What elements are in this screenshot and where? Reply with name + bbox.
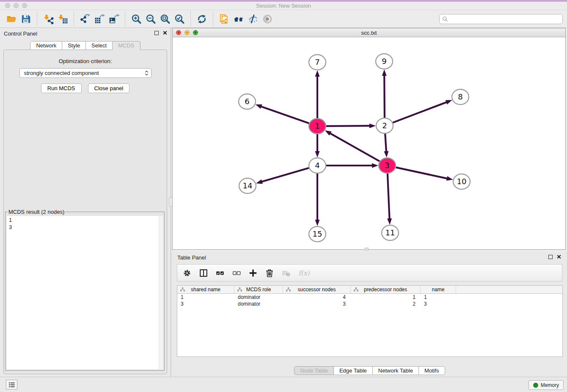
- graph-node-6[interactable]: 6: [239, 94, 256, 109]
- zoom-in-button[interactable]: [129, 12, 143, 26]
- table-cell[interactable]: 4: [283, 294, 351, 301]
- svg-text:1: 1: [315, 121, 319, 130]
- table-row[interactable]: 3dominator323: [177, 301, 562, 307]
- table-cell[interactable]: 1: [421, 294, 456, 301]
- close-panel-icon[interactable]: [162, 30, 167, 35]
- float-table-panel-icon[interactable]: [548, 255, 553, 259]
- graph-node-3[interactable]: 3: [379, 158, 396, 173]
- search-field[interactable]: [439, 14, 563, 24]
- graph-node-4[interactable]: 4: [309, 158, 326, 173]
- close-panel-button[interactable]: Close panel: [88, 83, 130, 93]
- tab-select[interactable]: Select: [85, 41, 113, 50]
- column-header-MCDS-role[interactable]: MCDS role: [234, 286, 283, 293]
- minimize-network-icon[interactable]: −: [184, 30, 190, 35]
- zoom-out-button[interactable]: [143, 12, 158, 26]
- graph-node-10[interactable]: 10: [453, 174, 470, 189]
- select-all-button[interactable]: [215, 268, 225, 278]
- export-table-button[interactable]: [92, 12, 107, 26]
- apply-layout-icon: [219, 14, 230, 25]
- show-columns-button[interactable]: [199, 268, 208, 278]
- status-bar: Memory: [0, 377, 567, 392]
- graph-node-7[interactable]: 7: [309, 55, 326, 70]
- table-settings-button[interactable]: [182, 268, 192, 278]
- close-network-icon[interactable]: ×: [176, 30, 181, 35]
- mcds-result-box: 1 3: [7, 216, 163, 369]
- network-canvas[interactable]: 1234678910111415: [173, 38, 565, 249]
- table-panel-title: Table Panel: [177, 254, 206, 261]
- graph-node-9[interactable]: 9: [376, 54, 393, 69]
- zoom-fit-button[interactable]: [158, 12, 172, 26]
- column-header-predecessor-nodes[interactable]: predecessor nodes: [351, 286, 421, 293]
- deselect-all-button[interactable]: [232, 268, 241, 278]
- table-header: shared nameMCDS rolesuccessor nodesprede…: [177, 286, 562, 294]
- table-cell[interactable]: dominator: [234, 294, 283, 301]
- column-header-name[interactable]: name: [421, 286, 456, 293]
- search-icon: [442, 16, 448, 22]
- criterion-select[interactable]: strongly connected component: [19, 68, 151, 78]
- tab-network-table[interactable]: Network Table: [372, 366, 419, 375]
- horizontal-splitter-grip[interactable]: [365, 248, 369, 251]
- apply-layout-button[interactable]: [217, 12, 231, 26]
- delete-column-button[interactable]: [265, 268, 274, 278]
- maximize-network-icon[interactable]: +: [193, 30, 198, 35]
- deselect-all-icon: [232, 268, 241, 278]
- column-header-shared-name[interactable]: shared name: [177, 286, 234, 293]
- table-row[interactable]: 1dominator411: [177, 294, 562, 301]
- table-cell[interactable]: 3: [421, 301, 456, 307]
- tab-network[interactable]: Network: [30, 41, 62, 50]
- tab-node-table[interactable]: Node Table: [294, 366, 334, 375]
- edge-1-2: [326, 126, 370, 126]
- hide-selected-button[interactable]: [246, 12, 260, 26]
- search-input[interactable]: [450, 16, 560, 22]
- tab-style[interactable]: Style: [62, 41, 86, 50]
- tab-mcds[interactable]: MCDS: [112, 41, 140, 50]
- tab-edge-table[interactable]: Edge Table: [333, 366, 373, 375]
- float-panel-icon[interactable]: [154, 31, 159, 35]
- window-titlebar[interactable]: Session: New Session: [0, 2, 567, 10]
- import-network-button[interactable]: [41, 12, 55, 26]
- graph-node-1[interactable]: 1: [309, 119, 326, 134]
- import-table-button[interactable]: [55, 12, 70, 26]
- svg-text:8: 8: [458, 92, 462, 101]
- export-image-button[interactable]: [107, 12, 121, 26]
- open-file-button[interactable]: [4, 12, 19, 26]
- result-scrollbar[interactable]: [159, 216, 163, 369]
- column-header-successor-nodes[interactable]: successor nodes: [283, 286, 351, 293]
- graph-node-14[interactable]: 14: [239, 178, 256, 193]
- table-cell[interactable]: 3: [283, 301, 351, 307]
- network-window-titlebar[interactable]: × − + scc.txt: [173, 28, 565, 37]
- table-toolbar: f(x): [177, 264, 562, 282]
- mcds-result-lines: 1 3: [7, 216, 163, 231]
- column-tree-icon: [237, 287, 242, 292]
- graph-node-8[interactable]: 8: [452, 89, 469, 105]
- table-cell[interactable]: 1: [177, 294, 234, 301]
- refresh-icon: [196, 14, 207, 25]
- maximize-window-icon[interactable]: [22, 3, 27, 8]
- tab-motifs[interactable]: Motifs: [418, 366, 445, 375]
- stepper-arrows-icon: [145, 70, 149, 76]
- graph-node-11[interactable]: 11: [382, 225, 399, 240]
- graph-node-2[interactable]: 2: [376, 118, 393, 133]
- run-mcds-button[interactable]: Run MCDS: [41, 83, 82, 93]
- save-session-button[interactable]: [19, 12, 33, 26]
- table-cell[interactable]: 2: [351, 301, 421, 307]
- zoom-selected-button[interactable]: [172, 12, 187, 26]
- table-cell[interactable]: dominator: [234, 301, 283, 307]
- show-all-button[interactable]: [260, 12, 275, 26]
- table-cell[interactable]: 1: [351, 294, 421, 301]
- memory-button[interactable]: Memory: [528, 380, 564, 390]
- close-table-panel-icon[interactable]: [556, 254, 561, 259]
- first-neighbors-button[interactable]: [231, 12, 246, 26]
- edge-arrow-2-9: [382, 69, 387, 76]
- graph-node-15[interactable]: 15: [309, 226, 326, 242]
- save-session-icon: [20, 14, 31, 25]
- refresh-button[interactable]: [195, 12, 209, 26]
- export-network-button[interactable]: [78, 12, 92, 26]
- show-all-icon: [262, 14, 273, 25]
- svg-text:3: 3: [385, 161, 389, 170]
- minimize-window-icon[interactable]: [14, 3, 19, 8]
- close-window-icon[interactable]: [5, 3, 10, 8]
- add-column-button[interactable]: [248, 268, 258, 278]
- table-cell[interactable]: 3: [177, 301, 234, 307]
- task-history-button[interactable]: [6, 380, 17, 389]
